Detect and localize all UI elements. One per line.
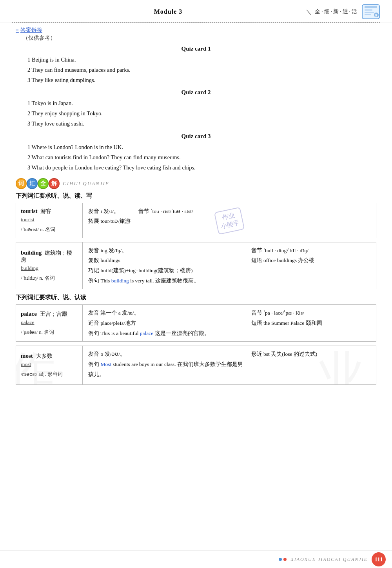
tourist-col1: 发音 i 发/ɪ/。 拓展 tour/tuə/旅游 bbox=[88, 206, 131, 226]
vocab-phonetic-tourist: /ˈtuərist/ n. 名词 bbox=[21, 226, 78, 233]
answer-link-icon: ≡ bbox=[16, 27, 19, 33]
vocab-phonetic-most: /məʊst/ adj. 形容词 bbox=[21, 371, 78, 378]
quiz-card-2: Quiz card 2 1 Tokyo is in Japan. 2 They … bbox=[16, 89, 376, 129]
building-line1: 发音 ing 发/ɪŋ/。 bbox=[88, 246, 243, 256]
quiz-item: 1 Where is London? London is in the UK. bbox=[27, 142, 376, 152]
quiz-card-2-items: 1 Tokyo is in Japan. 2 They enjoy shoppi… bbox=[27, 98, 376, 129]
vocab-handwrite-palace: palace bbox=[21, 319, 78, 326]
building-details: 发音 ing 发/ɪŋ/。 复数 buildings 巧记 build(建筑)+… bbox=[88, 246, 370, 286]
building-duanyu: 短语 office buildings 办公楼 bbox=[251, 255, 370, 266]
quiz-card-3-title: Quiz card 3 bbox=[16, 133, 376, 140]
vocab-left-tourist: tourist 游客 tourist /ˈtuərist/ n. 名词 bbox=[16, 203, 83, 238]
req-title-2: 下列词汇要求听、说、认读 bbox=[16, 294, 376, 301]
quiz-item: 1 Tokyo is in Japan. bbox=[27, 98, 376, 108]
ref-note: （仅供参考） bbox=[23, 35, 376, 42]
vocab-right-building: 发音 ing 发/ɪŋ/。 复数 buildings 巧记 build(建筑)+… bbox=[83, 242, 376, 289]
tourist-fayin: 发音 i 发/ɪ/。 bbox=[88, 206, 131, 217]
vocab-card-tourist: tourist 游客 tourist /ˈtuərist/ n. 名词 作业小能… bbox=[16, 203, 376, 238]
dot-active bbox=[283, 558, 287, 561]
slogan-prefix: ＼ bbox=[306, 8, 312, 16]
palace-line1: 发音 第一个 a 发/æ/。 bbox=[88, 308, 243, 318]
most-details: 发音 o 发/əʊ/。 例句 Most students are boys in… bbox=[88, 349, 370, 379]
quiz-card-3: Quiz card 3 1 Where is London? London is… bbox=[16, 133, 376, 173]
answer-link[interactable]: ≡ 答案链接 bbox=[16, 27, 376, 34]
palace-col1: 发音 第一个 a 发/æ/。 近音 place/pleɪs/地方 例句 This… bbox=[88, 308, 243, 338]
most-xingjin: 形近 bst 丢失(lose 的过去式) bbox=[251, 349, 370, 359]
cihui-subtitle: CIHUI QUANJIE bbox=[63, 180, 109, 187]
palace-line2: 近音 place/pleɪs/地方 bbox=[88, 318, 243, 328]
quiz-item: 3 What do people in London love eating? … bbox=[27, 162, 376, 173]
quiz-card-3-items: 1 Where is London? London is in the UK. … bbox=[27, 142, 376, 173]
building-col1: 发音 ing 发/ɪŋ/。 复数 buildings 巧记 build(建筑)+… bbox=[88, 246, 243, 286]
building-line2: 复数 buildings bbox=[88, 255, 243, 266]
svg-rect-1 bbox=[365, 6, 377, 8]
vocab-left-palace: palace 王宫；宫殿 palace /ˈpæləs/ n. 名词 bbox=[16, 305, 83, 341]
quiz-card-1-items: 1 Beijing is in China. 2 They can find m… bbox=[27, 55, 376, 85]
vocab-phonetic-building: /ˈbɪldɪŋ/ n. 名词 bbox=[21, 275, 78, 282]
quiz-item: 1 Beijing is in China. bbox=[27, 55, 376, 65]
palace-details: 发音 第一个 a 发/æ/。 近音 place/pleɪs/地方 例句 This… bbox=[88, 308, 370, 338]
dot bbox=[279, 558, 282, 561]
quiz-card-1-title: Quiz card 1 bbox=[16, 46, 376, 52]
logo-icon: B bbox=[361, 4, 380, 20]
quiz-item: 2 They enjoy shopping in Tokyo. bbox=[27, 108, 376, 118]
vocab-handwrite-tourist: tourist bbox=[21, 217, 78, 223]
quiz-item: 3 They like eating dumplings. bbox=[27, 75, 376, 85]
svg-rect-4 bbox=[365, 14, 371, 15]
dots-indicator bbox=[279, 558, 287, 561]
slogan: 全·细·新·透·活 bbox=[315, 8, 358, 15]
stamp-overlay: 作业小能手 bbox=[210, 205, 249, 237]
page-header: Module 3 ＼ 全·细·新·透·活 B bbox=[0, 0, 392, 22]
vocab-word-building: building 建筑物；楼房 bbox=[21, 249, 78, 264]
most-col2: 形近 bst 丢失(lose 的过去式) bbox=[251, 349, 370, 379]
quiz-item: 2 What can tourists find in London? They… bbox=[27, 152, 376, 162]
vocab-handwrite-building: building bbox=[21, 265, 78, 271]
building-col2: 音节 ˈbuil · ding/ˈbɪl · dɪŋ/ 短语 office bu… bbox=[251, 246, 370, 286]
footer-text: XIAOXUE JIAOCAI QUANJIE bbox=[290, 557, 368, 563]
svg-rect-2 bbox=[365, 9, 372, 11]
vocab-left-building: building 建筑物；楼房 building /ˈbɪldɪŋ/ n. 名词 bbox=[16, 242, 83, 289]
tourist-tuozhan: 拓展 tour/tuə/旅游 bbox=[88, 216, 131, 226]
content-area: ≡ 答案链接 （仅供参考） Quiz card 1 1 Beijing is i… bbox=[0, 23, 392, 393]
answer-link-text[interactable]: 答案链接 bbox=[20, 27, 42, 34]
req-title-1: 下列词汇要求听、说、读、写 bbox=[16, 192, 376, 200]
badge-quan: 全 bbox=[38, 178, 49, 189]
quiz-item: 3 They love eating sushi. bbox=[27, 118, 376, 129]
palace-duanyu: 短语 the Summer Palace 颐和园 bbox=[251, 318, 370, 328]
vocab-word-palace: palace 王宫；宫殿 bbox=[21, 311, 78, 318]
most-col1: 发音 o 发/əʊ/。 例句 Most students are boys in… bbox=[88, 349, 243, 379]
badge-ci: 词 bbox=[16, 178, 27, 189]
cihui-header: 词 汇 全 解 CIHUI QUANJIE bbox=[16, 178, 376, 189]
vocab-word-tourist: tourist 游客 bbox=[21, 208, 78, 215]
tourist-col2: 音节 ˈtou · rist/ˈtuə · rɪst/ bbox=[138, 206, 193, 226]
vocab-card-palace: palace 王宫；宫殿 palace /ˈpæləs/ n. 名词 发音 第一… bbox=[16, 304, 376, 342]
vocab-phonetic-palace: /ˈpæləs/ n. 名词 bbox=[21, 329, 78, 336]
quiz-card-2-title: Quiz card 2 bbox=[16, 89, 376, 96]
stamp-text: 作业小能手 bbox=[214, 207, 245, 235]
vocab-left-most: most 大多数 most /məʊst/ adj. 形容词 bbox=[16, 346, 83, 384]
badge-jie: 解 bbox=[49, 178, 60, 189]
vocab-handwrite-most: most bbox=[21, 361, 78, 368]
page-number: 111 bbox=[372, 552, 386, 566]
vocab-card-most: 作 业 most 大多数 most /məʊst/ adj. 形容词 发音 o … bbox=[16, 346, 376, 385]
quiz-item: 2 They can find museums, palaces and par… bbox=[27, 65, 376, 75]
vocab-right-tourist: 作业小能手 发音 i 发/ɪ/。 拓展 tour/tuə/旅游 音节 ˈtou … bbox=[83, 203, 376, 238]
vocab-right-palace: 发音 第一个 a 发/æ/。 近音 place/pleɪs/地方 例句 This… bbox=[83, 305, 376, 341]
quiz-card-1: Quiz card 1 1 Beijing is in China. 2 The… bbox=[16, 46, 376, 85]
footer: XIAOXUE JIAOCAI QUANJIE 111 bbox=[0, 550, 392, 568]
cihui-badge: 词 汇 全 解 bbox=[16, 178, 60, 189]
building-yinjie: 音节 ˈbuil · ding/ˈbɪl · dɪŋ/ bbox=[251, 246, 370, 256]
most-line1: 发音 o 发/əʊ/。 bbox=[88, 349, 243, 359]
module-title: Module 3 bbox=[31, 8, 306, 15]
tourist-yinjie: 音节 ˈtou · rist/ˈtuə · rɪst/ bbox=[138, 206, 193, 217]
most-line2: 例句 Most students are boys in our class. … bbox=[88, 359, 243, 379]
palace-col2: 音节 ˈpa · lace/ˈpæ · ləs/ 短语 the Summer P… bbox=[251, 308, 370, 338]
building-line3: 巧记 build(建筑)+ing=building(建筑物；楼房) bbox=[88, 266, 243, 276]
palace-yinjie: 音节 ˈpa · lace/ˈpæ · ləs/ bbox=[251, 308, 370, 318]
building-line4: 例句 This building is very tall. 这座建筑物很高。 bbox=[88, 276, 243, 286]
badge-hui: 汇 bbox=[27, 178, 38, 189]
vocab-right-most: 发音 o 发/əʊ/。 例句 Most students are boys in… bbox=[83, 346, 376, 384]
vocab-word-most: most 大多数 bbox=[21, 353, 78, 360]
svg-text:B: B bbox=[375, 14, 377, 17]
svg-rect-3 bbox=[365, 12, 374, 13]
